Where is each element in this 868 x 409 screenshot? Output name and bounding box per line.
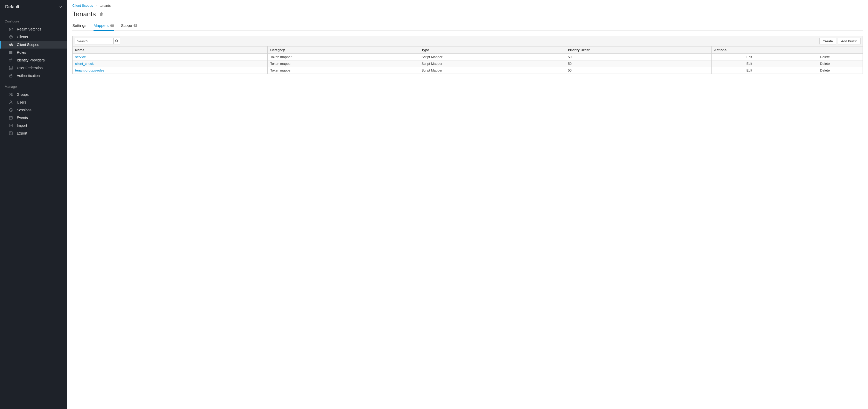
sidebar-item-user-federation[interactable]: User Federation	[0, 64, 67, 72]
sliders-icon	[8, 27, 13, 32]
delete-button[interactable]: Delete	[820, 55, 830, 59]
breadcrumb-current: tenants	[100, 4, 111, 7]
cell-type: Script Mapper	[419, 67, 565, 74]
help-icon[interactable]: ?	[133, 24, 137, 27]
sidebar-item-label: User Federation	[17, 66, 43, 70]
cube-icon	[8, 35, 13, 39]
calendar-icon	[8, 116, 13, 120]
sidebar-item-label: Import	[17, 123, 27, 128]
list-icon	[8, 50, 13, 55]
col-header-priority: Priority Order	[565, 46, 711, 54]
table-row: tenant-groups-rolesToken mapperScript Ma…	[72, 67, 863, 74]
sidebar-item-sessions[interactable]: Sessions	[0, 106, 67, 114]
svg-rect-25	[101, 12, 102, 13]
sidebar-section-title: Configure	[0, 18, 67, 25]
search-button[interactable]	[114, 38, 120, 44]
svg-rect-9	[9, 53, 12, 54]
sidebar-item-label: Export	[17, 131, 27, 135]
create-button[interactable]: Create	[819, 38, 836, 44]
sidebar-item-groups[interactable]: Groups	[0, 91, 67, 98]
svg-point-5	[12, 28, 13, 29]
svg-point-3	[9, 28, 10, 29]
edit-button[interactable]: Edit	[746, 55, 752, 59]
sidebar-item-authentication[interactable]: Authentication	[0, 72, 67, 80]
sidebar-item-roles[interactable]: Roles	[0, 49, 67, 56]
sidebar: Default ConfigureRealm SettingsClientsCl…	[0, 0, 67, 409]
page-title: Tenants	[72, 10, 96, 18]
exchange-icon	[8, 58, 13, 62]
edit-button[interactable]: Edit	[746, 68, 752, 72]
svg-rect-18	[9, 117, 12, 119]
svg-rect-8	[9, 52, 12, 53]
tab-settings[interactable]: Settings	[72, 22, 86, 31]
sidebar-item-events[interactable]: Events	[0, 114, 67, 122]
tab-label: Scope	[121, 23, 132, 28]
tab-mappers[interactable]: Mappers?	[94, 22, 114, 31]
help-icon[interactable]: ?	[110, 24, 114, 27]
database-icon	[8, 66, 13, 70]
breadcrumb-separator-icon: »	[96, 4, 97, 7]
col-header-type: Type	[419, 46, 565, 54]
sidebar-item-realm-settings[interactable]: Realm Settings	[0, 25, 67, 33]
sidebar-item-export[interactable]: Export	[0, 129, 67, 137]
realm-name: Default	[5, 4, 19, 9]
page-title-row: Tenants	[72, 10, 863, 18]
mapper-link[interactable]: service	[75, 55, 86, 59]
sidebar-item-import[interactable]: Import	[0, 122, 67, 129]
svg-point-16	[10, 101, 11, 102]
svg-rect-13	[9, 75, 12, 77]
search-group	[75, 38, 120, 44]
svg-point-15	[11, 93, 12, 95]
mapper-link[interactable]: tenant-groups-roles	[75, 68, 104, 72]
add-builtin-button[interactable]: Add Builtin	[838, 38, 861, 44]
export-icon	[8, 131, 13, 135]
lock-icon	[8, 73, 13, 78]
sidebar-item-label: Roles	[17, 50, 26, 55]
svg-point-26	[116, 40, 118, 42]
clock-icon	[8, 108, 13, 112]
svg-point-12	[9, 66, 12, 67]
user-icon	[8, 100, 13, 104]
col-header-category: Category	[268, 46, 419, 54]
sidebar-item-label: Identity Providers	[17, 58, 45, 62]
realm-selector[interactable]: Default	[0, 0, 67, 14]
tab-scope[interactable]: Scope?	[121, 22, 137, 31]
sidebar-section-title: Manage	[0, 83, 67, 91]
delete-button[interactable]: Delete	[820, 62, 830, 66]
sidebar-item-client-scopes[interactable]: Client Scopes	[0, 41, 67, 49]
search-icon	[115, 39, 118, 42]
sidebar-item-label: Sessions	[17, 108, 32, 112]
mapper-link[interactable]: client_check	[75, 62, 94, 66]
cell-priority: 50	[565, 67, 711, 74]
sidebar-item-label: Users	[17, 100, 26, 104]
tab-label: Mappers	[94, 23, 108, 28]
svg-line-27	[117, 41, 118, 42]
sidebar-item-identity-providers[interactable]: Identity Providers	[0, 56, 67, 64]
cell-priority: 50	[565, 60, 711, 67]
chevron-down-icon	[59, 6, 62, 8]
cell-category: Token mapper	[268, 60, 419, 67]
cell-type: Script Mapper	[419, 54, 565, 60]
cell-priority: 50	[565, 54, 711, 60]
toolbar-buttons: Create Add Builtin	[819, 38, 861, 44]
sidebar-item-label: Groups	[17, 92, 29, 97]
sidebar-item-users[interactable]: Users	[0, 98, 67, 106]
tabs: SettingsMappers?Scope?	[72, 22, 863, 31]
import-icon	[8, 123, 13, 128]
svg-rect-24	[100, 13, 103, 13]
search-input[interactable]	[75, 38, 114, 44]
breadcrumb-parent[interactable]: Client Scopes	[72, 4, 93, 7]
sidebar-item-label: Authentication	[17, 73, 40, 78]
edit-button[interactable]: Edit	[746, 62, 752, 66]
main-content: Client Scopes » tenants Tenants Settings…	[67, 0, 868, 409]
cell-category: Token mapper	[268, 67, 419, 74]
sidebar-item-clients[interactable]: Clients	[0, 33, 67, 41]
col-header-actions: Actions	[711, 46, 863, 54]
delete-button[interactable]: Delete	[820, 68, 830, 72]
trash-icon[interactable]	[99, 12, 103, 16]
svg-point-14	[10, 93, 11, 95]
breadcrumb: Client Scopes » tenants	[72, 4, 863, 7]
users-icon	[8, 92, 13, 97]
cell-category: Token mapper	[268, 54, 419, 60]
table-row: client_checkToken mapperScript Mapper50E…	[72, 60, 863, 67]
